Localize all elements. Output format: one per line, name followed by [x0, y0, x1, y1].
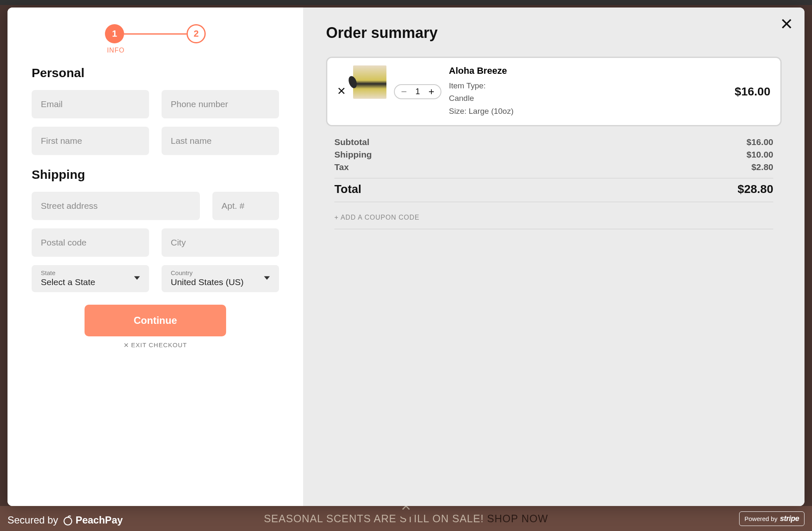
quantity-stepper: − 1 +: [394, 84, 441, 99]
state-select[interactable]: State Select a State: [32, 265, 149, 292]
total-value: $28.80: [737, 183, 773, 196]
phone-field[interactable]: [162, 90, 279, 118]
item-name: Aloha Breeze: [449, 65, 727, 76]
shipping-label: Shipping: [334, 150, 372, 160]
powered-by-label: Powered by: [745, 515, 777, 522]
country-value: United States (US): [171, 277, 270, 287]
qty-value: 1: [415, 87, 421, 96]
step-2[interactable]: 2: [187, 24, 206, 43]
street-field[interactable]: [32, 192, 200, 220]
tax-value: $2.80: [751, 162, 773, 172]
divider: [334, 178, 773, 178]
exit-checkout-link[interactable]: EXIT CHECKOUT: [32, 341, 279, 348]
first-name-field[interactable]: [32, 127, 149, 155]
checkout-modal: 1 2 INFO Personal Shipping State Select …: [7, 8, 805, 506]
backdrop-top-bar: [0, 0, 812, 5]
close-icon: [780, 18, 793, 30]
state-value: Select a State: [41, 277, 140, 287]
step-1[interactable]: 1: [105, 24, 124, 43]
item-type-value: Candle: [449, 92, 727, 105]
city-field[interactable]: [162, 228, 279, 257]
totals-block: Subtotal $16.00 Shipping $10.00 Tax $2.8…: [326, 137, 782, 229]
postal-field[interactable]: [32, 228, 149, 257]
step-label: INFO: [32, 47, 279, 54]
close-icon: [124, 343, 129, 348]
stepper: 1 2: [32, 24, 279, 43]
banner-shop-link[interactable]: SHOP NOW: [487, 513, 548, 525]
item-info: Aloha Breeze Item Type: Candle Size: Lar…: [449, 65, 727, 118]
banner-sale-text: SEASONAL SCENTS ARE STILL ON SALE!: [264, 513, 484, 525]
divider: [334, 202, 773, 202]
step-connector: [124, 33, 187, 35]
chevron-down-icon: [264, 275, 270, 283]
qty-minus-button[interactable]: −: [399, 87, 409, 97]
order-summary-panel: Order summary − 1 + Aloha Breeze Item Ty…: [303, 8, 805, 506]
tax-label: Tax: [334, 162, 349, 172]
apt-field[interactable]: [212, 192, 279, 220]
close-modal-button[interactable]: [780, 18, 793, 32]
checkout-form-panel: 1 2 INFO Personal Shipping State Select …: [7, 8, 303, 506]
order-summary-heading: Order summary: [326, 24, 782, 42]
close-icon: [337, 87, 346, 95]
subtotal-label: Subtotal: [334, 137, 369, 147]
peachpay-logo: PeachPay: [62, 514, 122, 526]
chevron-down-icon: [134, 275, 140, 283]
exit-checkout-label: EXIT CHECKOUT: [131, 341, 187, 348]
add-coupon-link[interactable]: + ADD A COUPON CODE: [334, 206, 773, 229]
order-item: − 1 + Aloha Breeze Item Type: Candle Siz…: [326, 57, 782, 126]
svg-point-8: [64, 517, 72, 525]
country-label: Country: [171, 269, 270, 276]
shipping-value: $10.00: [747, 150, 773, 160]
peach-icon: [62, 514, 74, 526]
item-type-label: Item Type:: [449, 80, 727, 92]
continue-button[interactable]: Continue: [85, 305, 226, 336]
last-name-field[interactable]: [162, 127, 279, 155]
country-select[interactable]: Country United States (US): [162, 265, 279, 292]
powered-by-stripe-badge: Powered by stripe: [739, 511, 805, 526]
personal-heading: Personal: [32, 66, 279, 80]
product-thumbnail: [353, 65, 386, 99]
item-size: Size: Large (10oz): [449, 105, 727, 118]
secured-by-badge: Secured by PeachPay: [7, 514, 123, 526]
total-label: Total: [334, 183, 361, 196]
shipping-heading: Shipping: [32, 168, 279, 182]
email-field[interactable]: [32, 90, 149, 118]
state-label: State: [41, 269, 140, 276]
remove-item-button[interactable]: [337, 87, 346, 97]
subtotal-value: $16.00: [747, 137, 773, 147]
stripe-logo: stripe: [780, 514, 799, 523]
secured-by-label: Secured by: [7, 514, 58, 526]
item-price: $16.00: [735, 85, 770, 98]
qty-plus-button[interactable]: +: [426, 87, 436, 97]
